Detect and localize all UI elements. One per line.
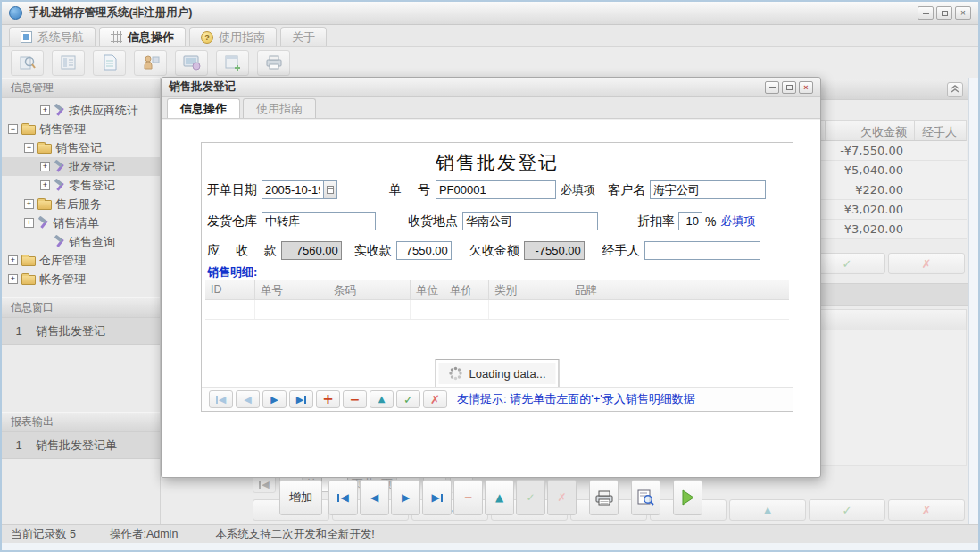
window-titlebar: 手机进销存管理系统(非注册用户) × (2, 2, 978, 25)
tree-item-warehouse-mgmt[interactable]: 仓库管理 (2, 251, 160, 270)
column-barcode[interactable]: 条码 (328, 280, 411, 299)
tree-item-after-sales[interactable]: 售后服务 (2, 195, 160, 213)
calendar-button[interactable] (324, 180, 337, 199)
menu-tab-about[interactable]: 关于 (280, 27, 327, 46)
next-record-button[interactable]: ▶ (391, 480, 420, 515)
expand-icon[interactable] (24, 218, 34, 228)
expand-icon[interactable] (8, 274, 18, 284)
dialog-titlebar: 销售批发登记 × (162, 78, 820, 97)
document-button[interactable] (93, 50, 126, 76)
tree-item-accounting-mgmt[interactable]: 帐务管理 (2, 270, 160, 289)
collapse-icon[interactable] (8, 124, 18, 134)
tool-icon (37, 217, 49, 229)
printer-icon (595, 490, 613, 506)
customer-input[interactable] (650, 180, 766, 199)
dialog-tab-guide[interactable]: 使用指南 (243, 98, 316, 118)
close-icon: × (803, 83, 808, 92)
dialog-minimize-button[interactable] (765, 81, 779, 94)
delete-record-button[interactable]: − (453, 480, 483, 515)
cancel-button[interactable]: ✗ (888, 499, 965, 521)
column-price[interactable]: 单价 (444, 280, 489, 299)
dialog-maximize-button[interactable] (782, 81, 796, 94)
printer-icon (265, 55, 283, 70)
discount-input[interactable] (678, 212, 702, 230)
minimize-icon (769, 87, 776, 88)
detail-last-button[interactable]: ▶ (289, 390, 313, 408)
tree-item-sales-query[interactable]: 销售查询 (2, 232, 160, 251)
expand-icon[interactable] (40, 105, 50, 115)
tree-item-sales-mgmt[interactable]: 销售管理 (2, 120, 160, 138)
column-brand[interactable]: 品牌 (569, 280, 789, 299)
received-input[interactable] (396, 241, 452, 260)
expand-icon[interactable] (40, 180, 50, 190)
add-window-button[interactable] (216, 50, 249, 76)
cancel-button[interactable]: ✗ (888, 253, 965, 274)
scrollbar-track[interactable] (968, 78, 978, 525)
panel-collapse-button[interactable] (947, 82, 963, 97)
detail-confirm-button[interactable]: ✓ (396, 390, 420, 408)
preview-button[interactable] (631, 480, 660, 515)
detail-first-button[interactable]: ◀ (209, 390, 233, 408)
tree-item-retail-register[interactable]: 零售登记 (2, 176, 160, 195)
dialog-tabs: 信息操作 使用指南 (162, 97, 820, 119)
date-input[interactable] (262, 180, 324, 199)
cancel-record-button[interactable]: ✗ (547, 480, 577, 515)
order-no-input[interactable] (436, 180, 556, 199)
user-button[interactable] (134, 50, 167, 76)
folder-icon (37, 200, 52, 210)
dialog-close-button[interactable]: × (799, 81, 813, 94)
column-category[interactable]: 类别 (489, 280, 569, 299)
dialog-tab-info-ops[interactable]: 信息操作 (167, 98, 240, 118)
warehouse-input[interactable] (262, 212, 376, 230)
detail-cancel-button[interactable]: ✗ (423, 390, 447, 408)
detail-next-button[interactable]: ▶ (262, 390, 287, 408)
last-record-button[interactable]: ▶ (422, 480, 452, 515)
column-owed-amount[interactable]: 欠收金额 (826, 121, 915, 140)
maximize-icon (786, 85, 793, 90)
tree-item-wholesale-register[interactable]: 批发登记 (2, 157, 160, 176)
column-order-no[interactable]: 单号 (255, 280, 328, 299)
menu-tab-guide[interactable]: ? 使用指南 (189, 27, 277, 46)
column-id[interactable]: ID (205, 280, 255, 299)
prev-record-button[interactable]: ◀ (360, 480, 389, 515)
detail-prev-button[interactable]: ◀ (236, 390, 260, 408)
print-button[interactable] (589, 480, 619, 515)
report-button[interactable] (52, 50, 85, 76)
expand-icon[interactable] (40, 162, 50, 171)
hint-text: 友情提示: 请先单击左面的'+'录入销售明细数据 (457, 391, 695, 407)
maximize-icon (942, 11, 948, 16)
run-button[interactable] (673, 480, 702, 515)
delivery-input[interactable] (462, 212, 598, 230)
tree-item-supplier-stats[interactable]: 按供应商统计 (2, 101, 160, 120)
folder-icon (37, 144, 52, 154)
info-window-item[interactable]: 1 销售批发登记 (2, 318, 160, 345)
close-button[interactable]: × (955, 6, 971, 20)
add-record-button[interactable]: 增加 (279, 480, 322, 515)
handler-input[interactable] (644, 241, 760, 260)
maximize-button[interactable] (936, 6, 952, 20)
minimize-button[interactable] (918, 6, 934, 20)
monitor-button[interactable] (175, 50, 208, 76)
edit-record-button[interactable]: ▲ (485, 480, 514, 515)
search-icon (19, 54, 37, 71)
window-bottom-edge (2, 543, 978, 550)
detail-edit-button[interactable]: ▲ (370, 390, 394, 408)
detail-add-button[interactable]: + (316, 390, 340, 408)
expand-icon[interactable] (8, 255, 18, 265)
tree-item-sales-register[interactable]: 销售登记 (2, 138, 160, 157)
print-list-button[interactable] (257, 50, 290, 76)
expand-icon[interactable] (24, 199, 34, 209)
report-output-item[interactable]: 1 销售批发登记单 (2, 432, 160, 459)
collapse-icon[interactable] (24, 143, 34, 153)
detail-delete-button[interactable]: − (343, 390, 367, 408)
first-record-button[interactable]: ◀ (328, 480, 358, 515)
form-row-3: 应 收 款 实收款 欠收金额 经手人 (207, 241, 787, 260)
search-button[interactable] (11, 50, 44, 76)
menu-tab-system-nav[interactable]: 系统导航 (9, 27, 96, 46)
column-handler[interactable]: 经手人 (915, 121, 966, 140)
menu-tab-info-ops[interactable]: 信息操作 (99, 27, 186, 46)
confirm-record-button[interactable]: ✓ (516, 480, 545, 515)
sidebar-header-info-mgmt: 信息管理 (2, 78, 160, 98)
tree-item-sales-list[interactable]: 销售清单 (2, 213, 160, 232)
column-unit[interactable]: 单位 (411, 280, 444, 299)
